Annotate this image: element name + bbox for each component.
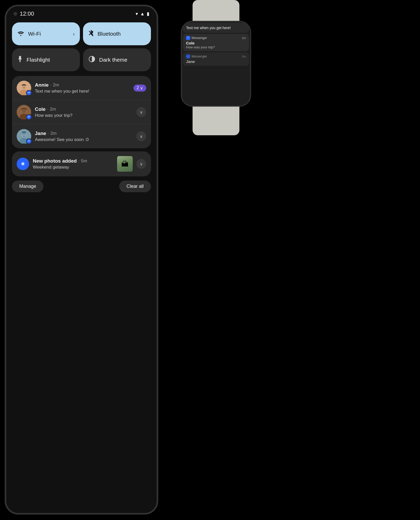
svg-point-17 bbox=[25, 134, 26, 135]
watch-cole-app: Messenger bbox=[192, 36, 207, 40]
wifi-icon bbox=[17, 30, 24, 38]
annie-notif-header: Annie · 2m bbox=[35, 82, 130, 88]
annie-notif-content: Annie · 2m Text me when you get here! bbox=[35, 82, 130, 94]
watch-cole-notif: Messenger 2m Cole How was your trip? bbox=[183, 34, 249, 51]
camera-dot bbox=[14, 12, 17, 16]
watch-messenger-icon-1 bbox=[186, 36, 190, 40]
notif-cole[interactable]: Cole · 2m How was your trip? ∨ bbox=[12, 100, 151, 124]
watch-strap-bottom bbox=[193, 104, 239, 135]
watch-jane-header: Messenger 2m bbox=[186, 54, 246, 59]
cole-expand-btn[interactable]: ∨ bbox=[136, 107, 146, 117]
jane-action[interactable]: ∨ bbox=[136, 131, 146, 141]
watch-jane-app: Messenger bbox=[192, 55, 207, 58]
cole-time: 2m bbox=[50, 107, 56, 112]
photos-time: 5m bbox=[81, 158, 87, 164]
watch-cole-message: How was your trip? bbox=[186, 45, 246, 49]
annie-dot: · bbox=[50, 83, 51, 87]
battery-icon: ▮ bbox=[147, 11, 149, 17]
status-time: 12:00 bbox=[20, 10, 34, 17]
watch-case: Text me when you get here! Messenger 2m … bbox=[181, 21, 251, 107]
svg-point-11 bbox=[23, 110, 23, 111]
watch-jane-sender: Jane bbox=[186, 59, 246, 64]
notif-actions-row: Manage Clear all bbox=[6, 176, 157, 192]
photos-action[interactable]: ∨ bbox=[136, 159, 146, 169]
phone-screen: 12:00 ▾ ▲ ▮ bbox=[6, 6, 157, 513]
cole-action[interactable]: ∨ bbox=[136, 107, 146, 117]
bluetooth-icon bbox=[88, 29, 94, 38]
cole-chevron-icon: ∨ bbox=[140, 110, 143, 115]
watch-jane-notif: Messenger 2m Jane bbox=[183, 52, 249, 66]
dark-theme-icon bbox=[88, 55, 96, 65]
photos-notification[interactable]: New photos added · 5m Weekend getaway ∨ bbox=[12, 151, 151, 176]
bluetooth-tile[interactable]: Bluetooth bbox=[83, 22, 151, 45]
watch-jane-time: 2m bbox=[242, 55, 246, 58]
jane-avatar bbox=[17, 129, 31, 144]
dark-theme-tile[interactable]: Dark theme bbox=[83, 48, 151, 71]
flashlight-tile[interactable]: Flashlight bbox=[12, 48, 80, 71]
watch-screen: Text me when you get here! Messenger 2m … bbox=[182, 22, 250, 106]
annie-count-badge[interactable]: 2 ∨ bbox=[133, 85, 146, 92]
annie-app-badge bbox=[26, 90, 32, 96]
annie-chevron-icon: ∨ bbox=[140, 86, 143, 91]
svg-rect-1 bbox=[20, 60, 21, 62]
photos-title: New photos added bbox=[33, 158, 77, 164]
annie-name: Annie bbox=[35, 82, 49, 88]
annie-message: Text me when you get here! bbox=[35, 89, 130, 94]
photos-notif-content: New photos added · 5m Weekend getaway bbox=[33, 158, 113, 170]
qs-row-2: Flashlight Dark theme bbox=[12, 48, 151, 71]
watch-messenger-icon-2 bbox=[186, 54, 190, 59]
jane-app-badge bbox=[26, 138, 32, 144]
photos-subtitle: Weekend getaway bbox=[33, 165, 113, 170]
qs-row-1: Wi-Fi › Bluetooth bbox=[12, 22, 151, 45]
svg-point-12 bbox=[25, 110, 26, 111]
smartwatch: Text me when you get here! Messenger 2m … bbox=[172, 0, 260, 135]
photos-app-icon bbox=[17, 158, 29, 170]
cole-notif-content: Cole · 2m How was your trip? bbox=[35, 106, 133, 118]
watch-body: Text me when you get here! Messenger 2m … bbox=[178, 0, 254, 135]
dark-theme-label: Dark theme bbox=[99, 57, 128, 63]
svg-point-16 bbox=[23, 134, 23, 135]
notif-jane[interactable]: Jane · 2m Awesome! See you soon :0 ∨ bbox=[12, 124, 151, 148]
quick-settings: Wi-Fi › Bluetooth bbox=[6, 19, 157, 71]
flashlight-icon bbox=[17, 55, 23, 65]
svg-rect-0 bbox=[19, 56, 21, 57]
cole-avatar bbox=[17, 105, 31, 119]
flashlight-label: Flashlight bbox=[27, 57, 50, 63]
photos-chevron-icon: ∨ bbox=[140, 162, 143, 166]
bluetooth-label: Bluetooth bbox=[98, 31, 121, 37]
status-left: 12:00 bbox=[14, 10, 34, 17]
annie-action[interactable]: 2 ∨ bbox=[133, 85, 146, 92]
watch-top-notif: Text me when you get here! bbox=[183, 23, 249, 33]
photos-notif-header: New photos added · 5m bbox=[33, 158, 113, 164]
watch-jane-app-row: Messenger bbox=[186, 54, 207, 59]
watch-top-message: Text me when you get here! bbox=[186, 25, 246, 30]
svg-point-6 bbox=[23, 86, 23, 86]
jane-time: 2m bbox=[50, 131, 57, 136]
photos-expand-btn[interactable]: ∨ bbox=[136, 159, 146, 169]
wifi-status-icon: ▾ bbox=[136, 11, 138, 17]
manage-button[interactable]: Manage bbox=[12, 181, 43, 192]
jane-chevron-icon: ∨ bbox=[140, 134, 143, 139]
clear-all-button[interactable]: Clear all bbox=[119, 181, 151, 192]
annie-avatar bbox=[17, 81, 31, 95]
jane-message: Awesome! See you soon :0 bbox=[35, 137, 133, 142]
notif-annie[interactable]: Annie · 2m Text me when you get here! 2 … bbox=[12, 76, 151, 100]
cole-name: Cole bbox=[35, 106, 46, 112]
wifi-label: Wi-Fi bbox=[28, 31, 41, 37]
cole-dot: · bbox=[47, 107, 48, 112]
jane-dot: · bbox=[48, 131, 49, 136]
svg-point-7 bbox=[25, 86, 26, 86]
status-bar: 12:00 ▾ ▲ ▮ bbox=[6, 6, 157, 19]
jane-expand-btn[interactable]: ∨ bbox=[136, 131, 146, 141]
wifi-arrow-icon: › bbox=[73, 31, 75, 37]
watch-cole-time: 2m bbox=[242, 36, 246, 40]
watch-cole-app-row: Messenger bbox=[186, 36, 207, 40]
status-icons: ▾ ▲ ▮ bbox=[136, 11, 149, 17]
cole-message: How was your trip? bbox=[35, 113, 133, 118]
jane-notif-content: Jane · 2m Awesome! See you soon :0 bbox=[35, 131, 133, 142]
photos-dot: · bbox=[78, 159, 79, 163]
wifi-tile[interactable]: Wi-Fi › bbox=[12, 22, 80, 45]
watch-cole-header: Messenger 2m bbox=[186, 36, 246, 40]
svg-rect-18 bbox=[22, 131, 26, 133]
annie-time: 2m bbox=[53, 82, 59, 88]
